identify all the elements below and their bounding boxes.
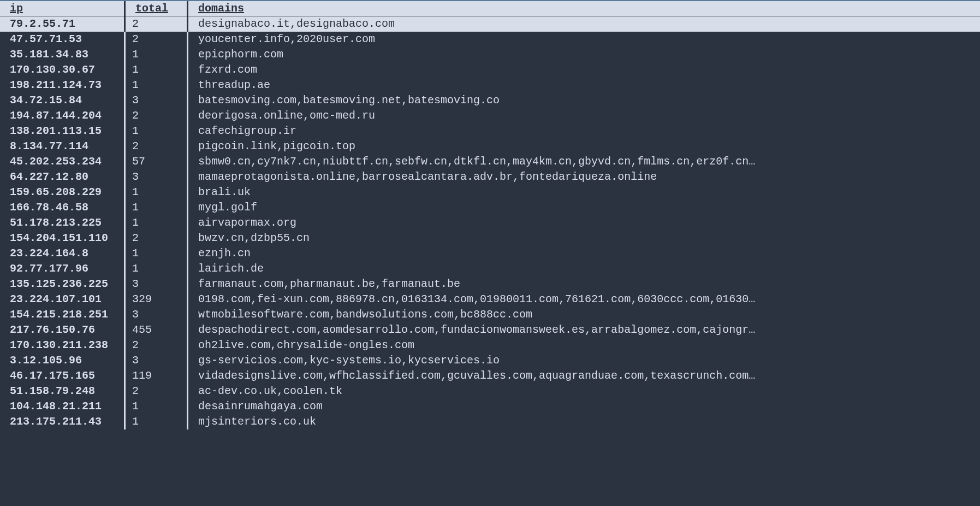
table-row[interactable]: 51.178.213.2251airvapormax.org — [0, 215, 980, 231]
table-row[interactable]: 45.202.253.23457sbmw0.cn,cy7nk7.cn,niubt… — [0, 154, 980, 169]
table-row[interactable]: 170.130.211.2382oh2live.com,chrysalide-o… — [0, 338, 980, 353]
table-row[interactable]: 79.2.55.712designabaco.it,designabaco.co… — [0, 16, 980, 32]
cell-ip: 194.87.144.204 — [0, 108, 126, 123]
cell-total: 3 — [126, 93, 188, 108]
table-row[interactable]: 34.72.15.843batesmoving.com,batesmoving.… — [0, 93, 980, 108]
table-row[interactable]: 8.134.77.1142pigcoin.link,pigcoin.top — [0, 139, 980, 154]
table-row[interactable]: 154.215.218.2513wtmobilesoftware.com,ban… — [0, 307, 980, 322]
table-row[interactable]: 23.224.164.81eznjh.cn — [0, 246, 980, 261]
cell-ip: 154.215.218.251 — [0, 307, 126, 322]
cell-domains: pigcoin.link,pigcoin.top — [188, 139, 980, 154]
table-row[interactable]: 46.17.175.165119vidadesignslive.com,wfhc… — [0, 368, 980, 384]
cell-ip: 135.125.236.225 — [0, 276, 126, 292]
cell-total: 1 — [126, 47, 188, 62]
cell-total: 2 — [126, 338, 188, 353]
cell-total: 455 — [126, 322, 188, 338]
cell-total: 3 — [126, 276, 188, 292]
cell-domains: sbmw0.cn,cy7nk7.cn,niubttf.cn,sebfw.cn,d… — [188, 154, 980, 169]
cell-domains: threadup.ae — [188, 78, 980, 93]
cell-ip: 35.181.34.83 — [0, 47, 126, 62]
cell-total: 57 — [126, 154, 188, 169]
table-row[interactable]: 104.148.21.2111desainrumahgaya.com — [0, 399, 980, 414]
table-row[interactable]: 159.65.208.2291brali.uk — [0, 185, 980, 200]
cell-domains: epicphorm.com — [188, 47, 980, 62]
cell-total: 1 — [126, 78, 188, 93]
cell-ip: 138.201.113.15 — [0, 123, 126, 139]
cell-ip: 23.224.107.101 — [0, 292, 126, 307]
cell-ip: 159.65.208.229 — [0, 185, 126, 200]
cell-total: 1 — [126, 185, 188, 200]
cell-total: 2 — [126, 16, 188, 32]
column-header-total[interactable]: total — [126, 1, 188, 16]
cell-ip: 45.202.253.234 — [0, 154, 126, 169]
cell-total: 3 — [126, 169, 188, 185]
cell-domains: gs-servicios.com,kyc-systems.io,kycservi… — [188, 353, 980, 368]
cell-domains: designabaco.it,designabaco.com — [188, 16, 980, 32]
cell-ip: 170.130.211.238 — [0, 338, 126, 353]
cell-total: 1 — [126, 399, 188, 414]
cell-ip: 198.211.124.73 — [0, 78, 126, 93]
cell-ip: 51.178.213.225 — [0, 215, 126, 231]
table-row[interactable]: 92.77.177.961lairich.de — [0, 261, 980, 276]
cell-domains: vidadesignslive.com,wfhclassified.com,gc… — [188, 368, 980, 384]
cell-total: 2 — [126, 384, 188, 399]
table-row[interactable]: 198.211.124.731threadup.ae — [0, 78, 980, 93]
cell-ip: 34.72.15.84 — [0, 93, 126, 108]
table-row[interactable]: 51.158.79.2482ac-dev.co.uk,coolen.tk — [0, 384, 980, 399]
cell-ip: 92.77.177.96 — [0, 261, 126, 276]
cell-domains: fzxrd.com — [188, 62, 980, 78]
table-header-row: ip total domains — [0, 0, 980, 16]
cell-total: 1 — [126, 261, 188, 276]
table-row[interactable]: 3.12.105.963gs-servicios.com,kyc-systems… — [0, 353, 980, 368]
table-row[interactable]: 166.78.46.581mygl.golf — [0, 200, 980, 215]
table-row[interactable]: 170.130.30.671fzxrd.com — [0, 62, 980, 78]
table-row[interactable]: 154.204.151.1102bwzv.cn,dzbp55.cn — [0, 231, 980, 246]
table-row[interactable]: 213.175.211.431mjsinteriors.co.uk — [0, 414, 980, 429]
cell-ip: 3.12.105.96 — [0, 353, 126, 368]
cell-ip: 79.2.55.71 — [0, 16, 126, 32]
cell-domains: cafechigroup.ir — [188, 123, 980, 139]
column-header-domains[interactable]: domains — [188, 1, 980, 16]
table-row[interactable]: 135.125.236.2253farmanaut.com,pharmanaut… — [0, 276, 980, 292]
cell-domains: farmanaut.com,pharmanaut.be,farmanaut.be — [188, 276, 980, 292]
cell-ip: 46.17.175.165 — [0, 368, 126, 384]
table-row[interactable]: 64.227.12.803mamaeprotagonista.online,ba… — [0, 169, 980, 185]
cell-total: 2 — [126, 32, 188, 47]
table-row[interactable]: 35.181.34.831epicphorm.com — [0, 47, 980, 62]
table-row[interactable]: 194.87.144.2042deorigosa.online,omc-med.… — [0, 108, 980, 123]
cell-domains: despachodirect.com,aomdesarrollo.com,fun… — [188, 322, 980, 338]
cell-domains: mygl.golf — [188, 200, 980, 215]
table-row[interactable]: 217.76.150.76455despachodirect.com,aomde… — [0, 322, 980, 338]
cell-total: 119 — [126, 368, 188, 384]
cell-domains: mamaeprotagonista.online,barrosealcantar… — [188, 169, 980, 185]
cell-domains: wtmobilesoftware.com,bandwsolutions.com,… — [188, 307, 980, 322]
cell-ip: 170.130.30.67 — [0, 62, 126, 78]
cell-ip: 213.175.211.43 — [0, 414, 126, 429]
cell-domains: oh2live.com,chrysalide-ongles.com — [188, 338, 980, 353]
cell-total: 1 — [126, 62, 188, 78]
cell-domains: deorigosa.online,omc-med.ru — [188, 108, 980, 123]
cell-ip: 217.76.150.76 — [0, 322, 126, 338]
cell-ip: 47.57.71.53 — [0, 32, 126, 47]
cell-ip: 8.134.77.114 — [0, 139, 126, 154]
cell-ip: 51.158.79.248 — [0, 384, 126, 399]
cell-total: 1 — [126, 123, 188, 139]
table-row[interactable]: 23.224.107.1013290198.com,fei-xun.com,88… — [0, 292, 980, 307]
cell-domains: desainrumahgaya.com — [188, 399, 980, 414]
cell-total: 1 — [126, 414, 188, 429]
cell-domains: bwzv.cn,dzbp55.cn — [188, 231, 980, 246]
cell-domains: lairich.de — [188, 261, 980, 276]
table-row[interactable]: 138.201.113.151cafechigroup.ir — [0, 123, 980, 139]
cell-ip: 23.224.164.8 — [0, 246, 126, 261]
cell-ip: 166.78.46.58 — [0, 200, 126, 215]
cell-total: 1 — [126, 246, 188, 261]
cell-total: 1 — [126, 215, 188, 231]
cell-total: 1 — [126, 200, 188, 215]
table-row[interactable]: 47.57.71.532youcenter.info,2020user.com — [0, 32, 980, 47]
cell-total: 3 — [126, 353, 188, 368]
table-body: 79.2.55.712designabaco.it,designabaco.co… — [0, 16, 980, 429]
column-header-ip[interactable]: ip — [0, 1, 126, 16]
cell-ip: 64.227.12.80 — [0, 169, 126, 185]
cell-domains: ac-dev.co.uk,coolen.tk — [188, 384, 980, 399]
cell-domains: brali.uk — [188, 185, 980, 200]
